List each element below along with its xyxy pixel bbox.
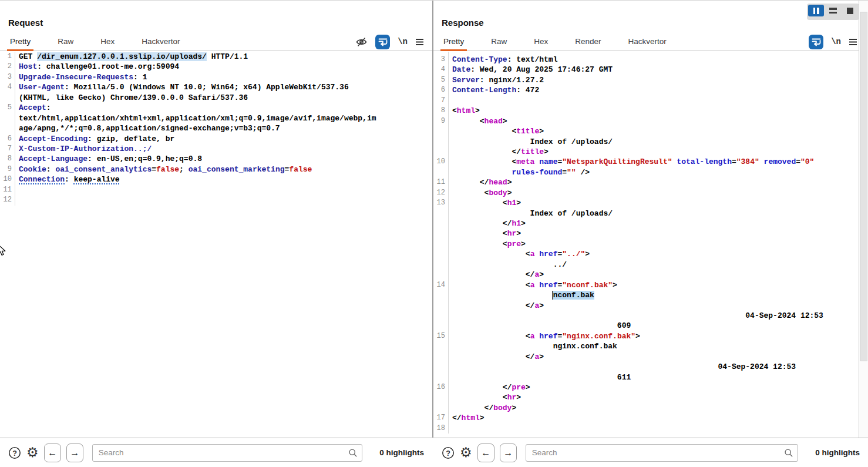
response-search-input[interactable]	[526, 444, 799, 462]
response-search-bar: ? ⚙ ← → 0 highlights	[433, 438, 868, 467]
tab-hex[interactable]: Hex	[99, 33, 116, 51]
mouse-cursor	[0, 244, 8, 257]
code-line: 12	[0, 195, 432, 205]
code-line: <hr>	[433, 392, 868, 402]
line-number: 11	[433, 177, 449, 187]
code-line: 4Date: Wed, 20 Aug 2025 17:46:27 GMT	[433, 65, 868, 75]
code-line: Index of /uploads/	[433, 209, 868, 219]
tab-raw[interactable]: Raw	[56, 33, 75, 51]
line-number	[433, 352, 449, 362]
help-icon[interactable]: ?	[8, 446, 21, 459]
editor-menu-icon[interactable]	[849, 38, 857, 46]
layout-rows-button[interactable]	[825, 5, 841, 16]
layout-single-button[interactable]	[842, 5, 858, 16]
code-line: 3Upgrade-Insecure-Requests: 1	[0, 72, 432, 82]
rows-icon	[829, 8, 837, 14]
code-line: text/html,application/xhtml+xml,applicat…	[0, 113, 432, 123]
line-number	[433, 270, 449, 280]
line-number: 6	[0, 134, 15, 144]
tab-render[interactable]: Render	[573, 33, 603, 51]
search-icon	[784, 448, 793, 458]
prettify-button[interactable]	[375, 35, 390, 49]
line-number	[0, 123, 15, 133]
line-number: 4	[0, 82, 15, 92]
previous-match-button[interactable]: ←	[477, 444, 494, 462]
code-line: 18	[433, 424, 868, 434]
prettify-icon	[811, 36, 822, 47]
line-number: 2	[0, 62, 15, 72]
hide-nonprintable-icon[interactable]	[355, 36, 368, 48]
next-match-button[interactable]: →	[500, 444, 517, 462]
prettify-button[interactable]	[809, 35, 823, 49]
line-number: 9	[0, 164, 15, 174]
code-line: 17</html>	[433, 413, 868, 423]
request-search-input[interactable]	[92, 444, 363, 462]
line-number	[433, 239, 449, 249]
code-line: 8Accept-Language: en-US,en;q=0.9,he;q=0.…	[0, 154, 432, 164]
line-number	[433, 372, 449, 382]
line-number: 5	[0, 103, 15, 113]
code-line: </h1>	[433, 219, 868, 229]
code-line: (KHTML, like Gecko) Chrome/139.0.0.0 Saf…	[0, 93, 432, 103]
line-number	[433, 290, 449, 300]
code-line: 15 <a href="nginx.conf.bak">	[433, 331, 868, 341]
code-line: </a>	[433, 352, 868, 362]
line-number	[0, 113, 15, 123]
line-number	[433, 392, 449, 402]
response-scrollbar-thumb[interactable]	[860, 12, 867, 361]
line-number: 8	[433, 106, 449, 116]
help-icon[interactable]: ?	[442, 446, 455, 459]
search-icon	[348, 448, 358, 458]
line-number: 7	[433, 96, 449, 106]
line-number: 3	[433, 55, 449, 65]
search-settings-gear-icon[interactable]: ⚙	[26, 446, 39, 459]
tab-hackvertor[interactable]: Hackvertor	[140, 33, 181, 51]
line-number	[433, 167, 449, 177]
code-line: Index of /uploads/	[433, 137, 868, 147]
line-number: 1	[0, 52, 15, 62]
layout-columns-button[interactable]	[808, 5, 824, 16]
previous-match-button[interactable]: ←	[44, 444, 61, 462]
response-scrollbar[interactable]	[859, 1, 868, 438]
code-line: 7	[433, 96, 868, 106]
code-line: <a href="../">	[433, 249, 868, 259]
tab-pretty[interactable]: Pretty	[442, 33, 466, 51]
code-line: 3Content-Type: text/html	[433, 55, 868, 65]
code-line: 13 <h1>	[433, 198, 868, 208]
line-number	[433, 137, 449, 147]
code-line: 04-Sep-2024 12:53	[433, 311, 868, 321]
tab-pretty[interactable]: Pretty	[8, 33, 32, 51]
code-line: <hr>	[433, 229, 868, 238]
response-editor[interactable]: 23Content-Type: text/html4Date: Wed, 20 …	[433, 52, 868, 438]
line-number	[433, 219, 449, 229]
search-settings-gear-icon[interactable]: ⚙	[460, 446, 472, 459]
code-line: </a>	[433, 270, 868, 280]
code-line: 7X-Custom-IP-Authorization..;/	[0, 144, 432, 154]
tab-hex[interactable]: Hex	[532, 33, 550, 51]
line-number: 3	[0, 72, 15, 82]
code-line: age/apng,*/*;q=0.8,application/signed-ex…	[0, 123, 432, 133]
next-match-button[interactable]: →	[66, 444, 83, 462]
code-line: nconf.bak	[433, 290, 868, 300]
code-line: 11	[0, 185, 432, 195]
show-newlines-button[interactable]: \n	[831, 37, 841, 46]
code-line: </title>	[433, 147, 868, 157]
line-number: 15	[433, 331, 449, 341]
tab-raw[interactable]: Raw	[489, 33, 509, 51]
line-number	[433, 260, 449, 270]
code-line: 2Host: challenge01.root-me.org:59094	[0, 62, 432, 72]
show-newlines-button[interactable]: \n	[398, 37, 408, 46]
code-line: 6Content-Length: 472	[433, 85, 868, 95]
request-editor[interactable]: 1GET /dir_enum.127.0.0.1.sslip.io/upload…	[0, 52, 432, 438]
code-line: 609	[433, 321, 868, 331]
editor-menu-icon[interactable]	[415, 38, 424, 46]
code-line: </body>	[433, 403, 868, 413]
response-toolbar: \n	[809, 33, 857, 50]
request-panel-title: Request	[8, 18, 43, 28]
code-line: 611	[433, 372, 868, 382]
line-number	[433, 209, 449, 219]
line-number: 10	[0, 174, 15, 184]
code-line: 12 <body>	[433, 188, 868, 198]
tab-hackvertor[interactable]: Hackvertor	[627, 33, 668, 51]
code-line: <title>	[433, 126, 868, 136]
